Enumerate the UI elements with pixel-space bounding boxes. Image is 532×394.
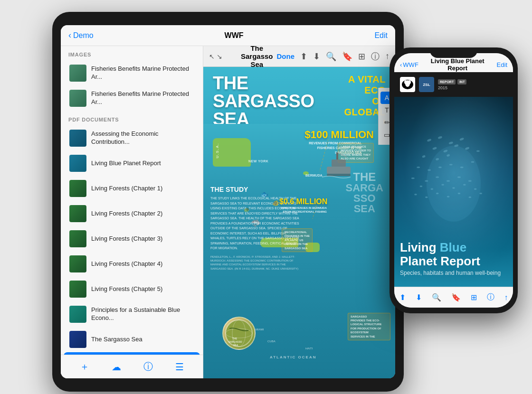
export-icon[interactable]: ↑ — [385, 51, 390, 61]
zsl-text: ZSL — [423, 83, 430, 87]
sidebar-item-label-principles: Principles for a Sustainable Blue Econo.… — [91, 306, 194, 322]
download-icon[interactable]: ⬇ — [313, 51, 320, 62]
sidebar-item-living-forests-5[interactable]: Living Forests (Chapter 5) — [64, 277, 200, 301]
svg-point-38 — [411, 178, 415, 179]
sidebar-item-label-lf3: Living Forests (Chapter 3) — [91, 235, 194, 243]
iphone-back-label: WWF — [403, 61, 418, 68]
iphone-pdf-content: ZSL REPORT INT 2015 — [394, 72, 513, 308]
shark-icon: 🦈 — [251, 219, 260, 228]
iphone-search-icon[interactable]: 🔍 — [432, 293, 441, 302]
iphone-edit-button[interactable]: Edit — [497, 61, 507, 68]
study-citation: PENDLETON, L., F. KRONICKI, P. STROSSER,… — [210, 255, 301, 271]
sidebar-item-label-assessing: Assessing the Economic Contribution... — [91, 130, 194, 146]
pdf-section-header: PDF DOCUMENTS — [61, 111, 203, 125]
svg-text:THE: THE — [232, 337, 238, 340]
svg-rect-9 — [336, 152, 338, 159]
sidebar-item-living-forests-4[interactable]: Living Forests (Chapter 4) — [64, 252, 200, 276]
pdf-navigation-arrows: ↖ ↘ — [209, 53, 222, 60]
sidebar-item-thumb-fisheries-1 — [69, 65, 86, 82]
sidebar-item-principles[interactable]: Principles for a Sustainable Blue Econo.… — [64, 302, 200, 327]
svg-text:SARGASSO: SARGASSO — [228, 340, 242, 343]
pdf-viewer: ↖ ↘ The Sargasso Sea Done ⬆ ⬇ 🔍 🔖 ⊞ ⓘ ↑ — [203, 46, 395, 378]
iphone-info-icon[interactable]: ⓘ — [487, 292, 494, 302]
pdf-page: THE SARGASSO SEA A VITAL ECO OF GLOBAL I… — [203, 67, 395, 378]
sidebar-item-living-forests-3[interactable]: Living Forests (Chapter 3) — [64, 226, 200, 251]
ipad-content-area: IMAGES Fisheries Benefits Marine Protect… — [61, 46, 395, 378]
chevron-left-icon: ‹ — [68, 30, 71, 40]
amount-06m-block: $0.6 MILLION DIRECT REVENUES IN BERMUDA … — [279, 197, 327, 214]
iphone-share-icon[interactable]: ⬆ — [399, 293, 406, 302]
sidebar-item-label-living-blue: Living Blue Planet Report — [91, 159, 194, 168]
atlantic-ocean-label: ATLANTIC OCEAN — [270, 355, 317, 359]
sidebar-item-label-lf2: Living Forests (Chapter 2) — [91, 210, 194, 218]
pdf-done-button[interactable]: Done — [277, 52, 295, 60]
cloud-icon[interactable]: ☁ — [112, 361, 121, 373]
iphone-screen: ‹ WWF Living Blue Planet Report Edit — [394, 53, 513, 308]
svg-point-31 — [417, 167, 420, 168]
sidebar-item-reviving[interactable]: The Sargasso Sea — [64, 327, 200, 352]
sidebar-item-label-lf5: Living Forests (Chapter 5) — [91, 285, 194, 293]
search-icon[interactable]: 🔍 — [326, 51, 336, 62]
ipad-back-button[interactable]: ‹ Demo — [68, 30, 94, 40]
ipad-device: ‹ Demo WWF Edit IMAGES Fisheries Benefit… — [52, 12, 404, 392]
amount-06m-value: $0.6 MILLION — [279, 197, 327, 206]
sidebar-item-thumb-reviving — [69, 331, 86, 348]
iphone-fish-background: Living Blue Planet Report Species, habit… — [394, 97, 513, 287]
bookmark-icon[interactable]: 🔖 — [342, 51, 352, 62]
wwf-logo — [400, 77, 415, 92]
int-badge: INT — [457, 79, 466, 84]
turtle-icon: 🐢 — [244, 207, 249, 212]
sargasso-main-title: THE SARGASSO SEA — [213, 74, 338, 128]
usa-map-label: U.S.A. — [215, 143, 219, 159]
sidebar-bottom-bar: ＋ ☁ ⓘ ☰ — [61, 355, 203, 378]
iphone-notch — [430, 47, 477, 58]
svg-point-44 — [420, 186, 423, 187]
report-info: REPORT INT 2015 — [438, 79, 466, 90]
iphone-report-title-line1: Living Blue — [400, 241, 507, 254]
iphone-bottom-bar: ⬆ ⬇ 🔍 🔖 ⊞ ⓘ ↑ — [394, 287, 513, 308]
sidebar-item-fisheries-1[interactable]: Fisheries Benefits Marine Protected Ar..… — [64, 61, 200, 85]
fish-icon-2: 🐠 — [272, 200, 279, 206]
sidebar-item-fisheries-2[interactable]: Fisheries Benefits Marine Protected Ar..… — [64, 86, 200, 111]
add-icon[interactable]: ＋ — [80, 360, 89, 373]
info-circle-icon[interactable]: ⓘ — [371, 51, 380, 62]
iphone-device: ‹ WWF Living Blue Planet Report Edit — [390, 47, 518, 313]
svg-point-51 — [425, 197, 428, 198]
new-york-label: NEW YORK — [248, 159, 268, 163]
pdf-toolbar-icons: Done ⬆ ⬇ 🔍 🔖 ⊞ ⓘ ↑ — [277, 51, 390, 62]
iphone-back-button[interactable]: ‹ WWF — [400, 61, 418, 68]
grid-icon[interactable]: ⊞ — [358, 51, 365, 62]
ipad-status-bar: ‹ Demo WWF Edit — [61, 25, 395, 46]
living-word: Living — [400, 240, 440, 254]
list-icon[interactable]: ☰ — [175, 361, 184, 373]
share-icon[interactable]: ⬆ — [300, 51, 307, 62]
pdf-toolbar: ↖ ↘ The Sargasso Sea Done ⬆ ⬇ 🔍 🔖 ⊞ ⓘ ↑ — [203, 46, 395, 67]
iphone-export-icon[interactable]: ↑ — [504, 293, 508, 302]
ipad-edit-button[interactable]: Edit — [374, 31, 388, 40]
sidebar-item-living-forests-2[interactable]: Living Forests (Chapter 2) — [64, 201, 200, 226]
sargasso-big-label: THE SARGA SSO SEA — [346, 171, 383, 214]
pdf-toolbar-left: ↖ ↘ — [209, 53, 237, 60]
iphone-grid-icon[interactable]: ⊞ — [471, 293, 477, 302]
info-icon[interactable]: ⓘ — [143, 360, 153, 373]
iphone-title-overlay: Living Blue Planet Report Species, habit… — [400, 241, 507, 277]
cuba-label: CUBA — [267, 340, 276, 343]
arrow-back-icon[interactable]: ↖ — [209, 53, 215, 60]
iphone-report-title-line2: Planet Report — [400, 254, 507, 268]
back-label: Demo — [73, 31, 94, 40]
svg-point-50 — [414, 194, 417, 195]
sidebar: IMAGES Fisheries Benefits Marine Protect… — [61, 46, 203, 378]
sidebar-item-living-blue[interactable]: Living Blue Planet Report — [64, 151, 200, 176]
callout-sargasso-provides: SARGASSOPROVIDES THE ECO-LOGICAL STRUCTU… — [348, 313, 390, 340]
iphone-download-icon[interactable]: ⬇ — [416, 293, 422, 302]
svg-point-18 — [408, 80, 411, 84]
sidebar-item-assessing[interactable]: Assessing the Economic Contribution... — [64, 126, 200, 150]
sidebar-item-living-forests-1[interactable]: Living Forests (Chapter 1) — [64, 176, 200, 201]
iphone-bookmark-icon[interactable]: 🔖 — [451, 293, 461, 302]
amount-06m-desc: DIRECT REVENUES IN BERMUDA FROM RECREATI… — [279, 206, 327, 214]
sidebar-item-thumb-principles — [69, 306, 86, 323]
arrow-forward-icon[interactable]: ↘ — [217, 53, 222, 60]
sargasso-infographic: THE SARGASSO SEA A VITAL ECO OF GLOBAL I… — [203, 67, 395, 378]
sargasso-map: U.S.A. NEW YORK BERMUDA MIAMI CUBA HAITI… — [203, 124, 395, 378]
sidebar-item-label-lf1: Living Forests (Chapter 1) — [91, 185, 194, 193]
